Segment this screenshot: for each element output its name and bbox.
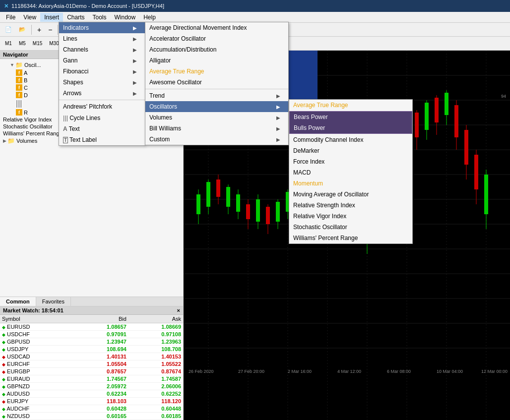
menu-window[interactable]: Window xyxy=(111,13,140,22)
table-row[interactable]: ◆ AUDCHF 0.60428 0.60448 xyxy=(0,405,183,413)
mw-table-container[interactable]: Symbol Bid Ask ◆ EURUSD 1.08657 1.08669 … xyxy=(0,315,183,420)
ind-volumes[interactable]: Volumes ▶ xyxy=(145,112,288,123)
osc-wpr[interactable]: Williams' Percent Range xyxy=(289,233,412,243)
ask-cell: 0.87674 xyxy=(128,368,183,375)
symbol-cell: ◆ USDCHF xyxy=(0,331,74,338)
title-bar: ✕ 11186344: AxioryAsia-01Demo - Demo Acc… xyxy=(0,0,510,12)
zoom-out-btn[interactable]: − xyxy=(45,24,55,35)
symbol-name: GBPNZD xyxy=(7,383,30,389)
nav-label-r: R xyxy=(24,110,28,116)
symbol-name: AUDUSD xyxy=(6,391,29,397)
table-row[interactable]: ◆ EURAUD 1.74567 1.74587 xyxy=(0,375,183,383)
menu-shapes[interactable]: Shapes ▶ xyxy=(59,77,145,88)
direction-icon: ◆ xyxy=(2,384,5,389)
expand-icon-oscil: ▼ xyxy=(10,62,14,67)
osc-cci[interactable]: Commodity Channel Index xyxy=(289,134,412,145)
ind-oscillators[interactable]: Oscillators ▶ xyxy=(145,101,288,112)
arrow-icon: ▶ xyxy=(133,25,137,31)
mw-tbody: ◆ EURUSD 1.08657 1.08669 ◆ USDCHF 0.9709… xyxy=(0,323,183,420)
period-m5[interactable]: M5 xyxy=(16,39,29,48)
period-m15[interactable]: M15 xyxy=(30,39,45,48)
bid-cell: 1.40131 xyxy=(74,353,128,360)
svg-rect-75 xyxy=(464,130,468,165)
osc-force[interactable]: Force Index xyxy=(289,156,412,167)
osc-rsi[interactable]: Relative Strength Index xyxy=(289,200,412,211)
zoom-in-btn[interactable]: + xyxy=(34,24,44,35)
menu-text[interactable]: A Text xyxy=(59,123,145,134)
symbol-name: EURJPY xyxy=(7,398,28,404)
new-chart-btn[interactable]: 📄 xyxy=(2,25,15,34)
mw-close-btn[interactable]: × xyxy=(177,307,180,313)
table-row[interactable]: ◆ EURUSD 1.08657 1.08669 xyxy=(0,323,183,331)
menu-text-label[interactable]: T Text Label xyxy=(59,134,145,145)
menu-gann[interactable]: Gann ▶ xyxy=(59,55,145,66)
symbol-cell: ◆ USDJPY xyxy=(0,346,74,353)
ind-alligator[interactable]: Alligator xyxy=(145,55,288,66)
symbol-name: USDJPY xyxy=(7,346,28,352)
menu-arrows[interactable]: Arrows ▶ xyxy=(59,88,145,99)
table-row[interactable]: ◆ USDCHF 0.97091 0.97108 xyxy=(0,331,183,338)
table-row[interactable]: ◆ USDCAD 1.40131 1.40153 xyxy=(0,353,183,360)
osc-mao[interactable]: Moving Average of Oscillator xyxy=(289,189,412,200)
table-row[interactable]: ◆ GBPUSD 1.23947 1.23963 xyxy=(0,338,183,346)
osc-macd[interactable]: MACD xyxy=(289,167,412,178)
menu-fibonacci[interactable]: Fibonacci ▶ xyxy=(59,66,145,77)
nav-label-d: D xyxy=(24,92,28,98)
ind-custom[interactable]: Custom ▶ xyxy=(145,134,288,145)
osc-demarker[interactable]: DeMarker xyxy=(289,145,412,156)
table-row[interactable]: ◆ NZDUSD 0.60165 0.60185 xyxy=(0,413,183,420)
table-row[interactable]: ◆ EURJPY 118.103 118.120 xyxy=(0,398,183,405)
table-row[interactable]: ◆ USDJPY 108.694 108.708 xyxy=(0,346,183,353)
table-row[interactable]: ◆ GBPNZD 2.05972 2.06006 xyxy=(0,383,183,390)
menu-view[interactable]: View xyxy=(19,13,40,22)
table-row[interactable]: ◆ AUDUSD 0.62234 0.62252 xyxy=(0,390,183,398)
symbol-cell: ◆ USDCAD xyxy=(0,353,74,360)
direction-icon: ◆ xyxy=(2,325,5,330)
menu-tools[interactable]: Tools xyxy=(89,13,111,22)
symbol-name: EURUSD xyxy=(7,324,30,330)
menu-channels[interactable]: Channels ▶ xyxy=(59,44,145,55)
ind-accel[interactable]: Accelerator Oscillator xyxy=(145,33,288,44)
ind-trend[interactable]: Trend ▶ xyxy=(145,90,288,101)
symbol-name: EURCHF xyxy=(7,361,30,367)
cycle-lines-icon: ||| xyxy=(63,114,68,121)
menu-indicators[interactable]: Indicators ▶ xyxy=(59,22,145,33)
ind-bill-williams[interactable]: Bill Williams ▶ xyxy=(145,123,288,134)
menu-lines[interactable]: Lines ▶ xyxy=(59,33,145,44)
table-row[interactable]: ◆ EURGBP 0.87657 0.87674 xyxy=(0,368,183,375)
nav-label-rvi: Relative Vigor Index xyxy=(3,117,52,122)
svg-rect-21 xyxy=(196,194,200,214)
menu-andrews[interactable]: Andrews' Pitchfork xyxy=(59,101,145,112)
ind-admi[interactable]: Average Directional Movement Index xyxy=(145,22,288,33)
svg-rect-37 xyxy=(276,202,280,222)
osc-momentum[interactable]: Momentum xyxy=(289,178,412,189)
ind-awesome[interactable]: Awesome Oscillator xyxy=(145,77,288,88)
direction-icon: ◆ xyxy=(2,399,5,404)
ind-atr[interactable]: Average True Range xyxy=(145,66,288,77)
open-btn[interactable]: 📂 xyxy=(16,25,29,34)
osc-atr[interactable]: Average True Range xyxy=(289,100,412,111)
osc-bulls-power[interactable]: Bulls Power xyxy=(290,122,412,133)
tab-common[interactable]: Common xyxy=(0,297,36,306)
symbol-cell: ◆ EURUSD xyxy=(0,323,74,331)
menu-charts[interactable]: Charts xyxy=(63,13,88,22)
osc-rvi[interactable]: Relative Vigor Index xyxy=(289,211,412,222)
osc-bears-power[interactable]: Bears Power xyxy=(290,112,412,122)
symbol-name: EURGBP xyxy=(7,368,30,374)
period-m1[interactable]: M1 xyxy=(2,39,15,48)
direction-icon: ◆ xyxy=(2,340,5,345)
nav-label-a: A xyxy=(24,70,27,76)
symbol-cell: ◆ EURGBP xyxy=(0,368,74,375)
symbol-cell: ◆ EURCHF xyxy=(0,360,74,368)
menu-help[interactable]: Help xyxy=(139,13,160,22)
ind-accum[interactable]: Accumulation/Distribution xyxy=(145,44,288,55)
osc-stochastic[interactable]: Stochastic Oscillator xyxy=(289,222,412,233)
svg-rect-71 xyxy=(445,93,448,115)
table-row[interactable]: ◆ EURCHF 1.05504 1.05522 xyxy=(0,360,183,368)
menu-insert[interactable]: Insert xyxy=(40,13,63,22)
tab-favorites[interactable]: Favorites xyxy=(36,297,71,306)
menu-cycle-lines[interactable]: ||| Cycle Lines xyxy=(59,112,145,123)
bid-cell: 1.05504 xyxy=(74,360,128,368)
menu-file[interactable]: File xyxy=(2,13,19,22)
toolbar-sep-1 xyxy=(31,25,32,35)
